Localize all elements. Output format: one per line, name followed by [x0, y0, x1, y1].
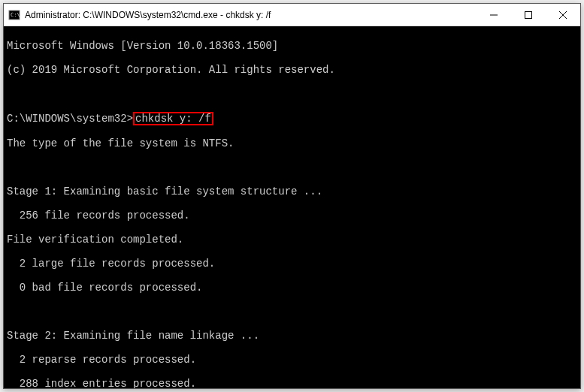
window-title: Administrator: C:\WINDOWS\system32\cmd.e…	[25, 10, 477, 20]
terminal-line: Microsoft Windows [Version 10.0.18363.15…	[7, 40, 577, 52]
highlighted-command: chkdsk y: /f	[133, 112, 213, 125]
cmd-icon: C:\	[8, 9, 20, 21]
prompt: C:\WINDOWS\system32>	[7, 113, 133, 125]
terminal-line: File verification completed.	[7, 234, 577, 246]
terminal-line: 256 file records processed.	[7, 210, 577, 222]
minimize-button[interactable]	[477, 4, 511, 26]
svg-rect-3	[525, 12, 532, 19]
maximize-button[interactable]	[511, 4, 546, 26]
svg-text:C:\: C:\	[11, 12, 20, 18]
cmd-window: C:\ Administrator: C:\WINDOWS\system32\c…	[3, 3, 581, 389]
terminal-output[interactable]: Microsoft Windows [Version 10.0.18363.15…	[4, 26, 580, 388]
titlebar[interactable]: C:\ Administrator: C:\WINDOWS\system32\c…	[4, 4, 580, 26]
terminal-line: Stage 1: Examining basic file system str…	[7, 185, 577, 198]
window-controls	[477, 4, 580, 26]
terminal-line	[7, 88, 577, 100]
terminal-line: (c) 2019 Microsoft Corporation. All righ…	[7, 64, 577, 76]
terminal-line	[7, 306, 577, 318]
terminal-line: 288 index entries processed.	[7, 378, 577, 388]
terminal-line: Stage 2: Examining file name linkage ...	[7, 330, 577, 342]
terminal-line: 0 bad file records processed.	[7, 282, 577, 294]
close-button[interactable]	[546, 4, 580, 26]
terminal-line: C:\WINDOWS\system32>chkdsk y: /f	[7, 112, 577, 125]
terminal-line: The type of the file system is NTFS.	[7, 137, 577, 149]
terminal-line: 2 reparse records processed.	[7, 354, 577, 366]
terminal-line	[7, 161, 577, 173]
terminal-line: 2 large file records processed.	[7, 258, 577, 270]
